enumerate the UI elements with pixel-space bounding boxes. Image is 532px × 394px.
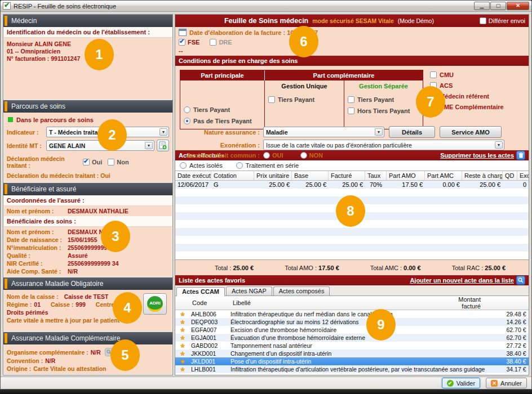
- favorite-star-icon[interactable]: ★: [175, 326, 190, 334]
- favoris-row[interactable]: ★MADP001Contention orthopédique unilatér…: [175, 373, 529, 375]
- actes-col-header[interactable]: Part AMO: [387, 171, 425, 180]
- gs-hors-tiers-payant-row[interactable]: Hors Tiers Payant: [348, 108, 419, 114]
- maximize-button[interactable]: ▢: [490, 2, 506, 10]
- acte-cell: 0.00 €: [425, 181, 462, 188]
- tiers-payant-radio[interactable]: [184, 106, 190, 113]
- details-button[interactable]: Détails: [389, 126, 435, 138]
- favoris-row[interactable]: ★JKLD001Pose d'un dispositif intra-utéri…: [175, 357, 529, 365]
- act-libelle: Pose d'un dispositif intra-utérin: [230, 358, 491, 365]
- favoris-row[interactable]: ★EGFA007Excision d'une thrombose hémorro…: [175, 326, 529, 334]
- gs-tiers-payant-row[interactable]: Tiers Payant: [348, 96, 419, 103]
- service-amo-button[interactable]: Service AMO: [440, 126, 502, 138]
- insert-act-button[interactable]: [526, 373, 529, 375]
- favoris-row[interactable]: ★GABD002Tamponnement nasal antérieur27.7…: [175, 342, 529, 350]
- insert-act-button[interactable]: [526, 365, 529, 373]
- section-beneficiaire: Bénéficiaire et assuré Coordonnées de l'…: [3, 183, 172, 277]
- favoris-row[interactable]: ★DEQP003Électrocardiographie sur au moin…: [175, 318, 529, 326]
- tab-actes-ngap[interactable]: Actes NGAP: [226, 286, 272, 296]
- traitement-serie-radio-row[interactable]: Traitement en série: [236, 162, 299, 169]
- differer-envoi-control[interactable]: Différer envoi: [480, 17, 525, 24]
- flag-cmu[interactable]: CMU: [430, 71, 504, 78]
- traitement-serie-radio[interactable]: [236, 162, 243, 169]
- gs-tiers-payant-checkbox[interactable]: [348, 96, 354, 103]
- differer-envoi-checkbox[interactable]: [480, 17, 486, 24]
- actes-isoles-radio[interactable]: [180, 162, 187, 169]
- declaration-oui-checkbox[interactable]: [83, 159, 90, 165]
- feuille-soins-panel: Feuille de Soins médecin mode sécurisé S…: [175, 14, 529, 375]
- acte-row[interactable]: 12/06/2017G25.00 €25.00 €25.00 €70%17.50…: [175, 181, 529, 189]
- gs-hors-tiers-payant-checkbox[interactable]: [348, 108, 354, 114]
- regime-label: Régime :: [7, 301, 32, 308]
- insert-act-button[interactable]: [526, 326, 529, 334]
- favorite-star-icon[interactable]: ★: [175, 342, 190, 350]
- col-code[interactable]: Code: [190, 296, 230, 310]
- favorite-star-icon[interactable]: ★: [175, 350, 190, 357]
- favorite-star-icon[interactable]: ★: [175, 374, 190, 376]
- insert-act-button[interactable]: [526, 350, 529, 357]
- tab-actes-ccam[interactable]: Actes CCAM: [176, 287, 225, 296]
- chevron-down-icon[interactable]: ▼: [495, 141, 503, 149]
- ajouter-acte-link[interactable]: Ajouter un nouvel acte dans la liste: [410, 277, 514, 284]
- favoris-row[interactable]: ★EGJA001Évacuation d'une thrombose hémor…: [175, 334, 529, 342]
- actes-col-header[interactable]: Facturé: [329, 171, 365, 180]
- favoris-row[interactable]: ★JKKD001Changement d'un dispositif intra…: [175, 350, 529, 357]
- nature-assurance-select[interactable]: Maladie▼: [263, 127, 384, 137]
- search-act-button[interactable]: [516, 276, 525, 285]
- flag-checkbox[interactable]: [430, 71, 437, 78]
- pas-tiers-payant-radio[interactable]: [184, 118, 190, 124]
- actes-col-header[interactable]: Prix unitaire: [254, 171, 292, 180]
- actes-col-header[interactable]: Exo: [517, 171, 529, 180]
- gu-tiers-payant-row[interactable]: Tiers Payant: [268, 96, 340, 103]
- favoris-row[interactable]: ★LHLB001Infiltration thérapeutique d'art…: [175, 365, 529, 373]
- minimize-button[interactable]: ▁: [474, 2, 490, 10]
- calendar-icon[interactable]: [179, 29, 187, 36]
- tiers-payant-radio-row[interactable]: Tiers Payant: [184, 106, 261, 113]
- actes-col-header[interactable]: Reste à charge: [462, 171, 503, 180]
- acte-cell: 25.00 €: [329, 181, 365, 188]
- actes-isoles-radio-row[interactable]: Actes isolés: [180, 162, 223, 169]
- actes-col-header[interactable]: Taux: [365, 171, 387, 180]
- actes-col-header[interactable]: QD: [503, 171, 517, 180]
- fse-checkbox[interactable]: [179, 39, 185, 46]
- accident-oui-radio[interactable]: [263, 152, 270, 159]
- exoneration-select[interactable]: Issue de la carte vitale ou pas d'éxonér…: [263, 140, 504, 150]
- favorite-star-icon[interactable]: ★: [175, 334, 190, 342]
- insert-act-button[interactable]: [526, 342, 529, 350]
- act-montant: 62.70 €: [491, 334, 526, 341]
- chevron-down-icon[interactable]: ▼: [159, 128, 167, 136]
- flag-acs[interactable]: ACS: [430, 82, 504, 89]
- col-libelle[interactable]: Libellé: [230, 296, 448, 310]
- insert-act-button[interactable]: [526, 334, 529, 342]
- insert-act-button[interactable]: [526, 357, 529, 365]
- tab-actes-compos-s[interactable]: Actes composés: [273, 286, 330, 296]
- favorite-star-icon[interactable]: ★: [175, 311, 190, 318]
- favoris-row[interactable]: ★AHLB006Infiltration thérapeutique du ne…: [175, 310, 529, 318]
- actes-col-header[interactable]: Date exécution: [175, 171, 211, 180]
- actes-col-header[interactable]: Part AMC: [425, 171, 462, 180]
- windows-taskbar[interactable]: [0, 389, 532, 394]
- chevron-down-icon[interactable]: ▼: [375, 128, 383, 136]
- act-montant: 38.40 €: [491, 350, 526, 357]
- act-code: JKKD001: [190, 350, 230, 357]
- declaration-non-checkbox[interactable]: [108, 159, 114, 165]
- gu-tiers-payant-checkbox[interactable]: [268, 96, 275, 103]
- insert-act-button[interactable]: [526, 310, 529, 318]
- col-montant[interactable]: Montant facturé: [448, 296, 483, 310]
- dre-checkbox[interactable]: [210, 39, 216, 46]
- document-add-icon: [529, 365, 529, 373]
- valider-button[interactable]: ✔Valider: [442, 378, 480, 388]
- insert-act-button[interactable]: [526, 318, 529, 326]
- chevron-down-icon[interactable]: ▼: [145, 142, 153, 149]
- favorite-star-icon[interactable]: ★: [175, 358, 190, 365]
- favorite-star-icon[interactable]: ★: [175, 319, 190, 326]
- close-button[interactable]: ✕: [507, 2, 529, 10]
- add-medecin-traitant-button[interactable]: [157, 140, 169, 151]
- actes-col-header[interactable]: Cotation: [211, 171, 254, 180]
- actes-col-header[interactable]: Base: [292, 171, 329, 180]
- accident-non-radio[interactable]: [300, 152, 307, 159]
- adri-button[interactable]: ADRi: [143, 293, 167, 315]
- pas-tiers-payant-radio-row[interactable]: Pas de Tiers Payant: [184, 118, 261, 124]
- favorite-star-icon[interactable]: ★: [175, 366, 190, 373]
- annuler-button[interactable]: ✕Annuler: [486, 378, 527, 388]
- title-bar[interactable]: RESIP - Feuille de soins électronique ▁ …: [1, 1, 531, 12]
